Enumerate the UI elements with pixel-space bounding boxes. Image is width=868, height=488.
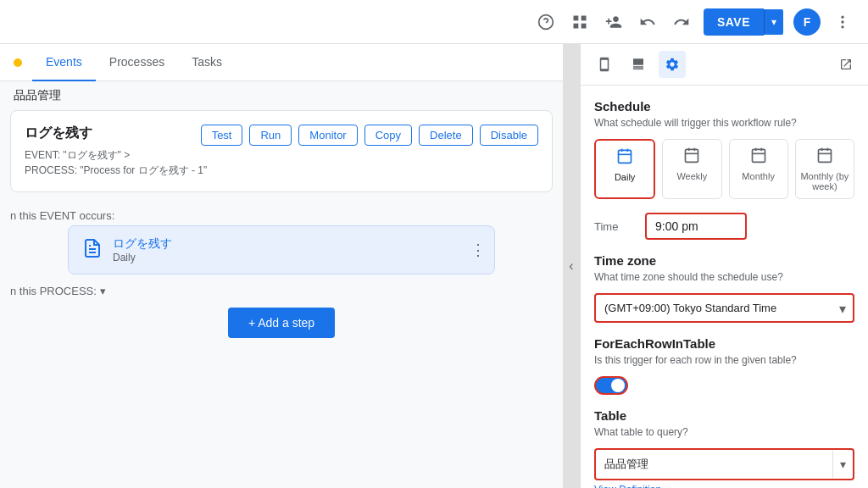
external-link-icon[interactable] [834, 53, 858, 76]
main-layout: Events Processes Tasks 品品管理 ログを残す EVENT:… [0, 44, 868, 488]
foreach-toggle[interactable] [594, 376, 628, 395]
process-node-icon [82, 238, 103, 263]
right-panel: Schedule What schedule will trigger this… [580, 44, 868, 488]
panel-toggle[interactable]: ‹ [563, 44, 580, 488]
schedule-opt-monthly[interactable]: Monthly [729, 139, 788, 199]
right-content: Schedule What schedule will trigger this… [581, 86, 868, 488]
process-info: ログを残す Daily [113, 236, 172, 263]
timezone-section: Time zone What time zone should the sche… [594, 253, 854, 323]
schedule-options: Daily Weekly Monthly [594, 139, 854, 199]
monthly-calendar-icon [750, 147, 767, 168]
tab-processes[interactable]: Processes [96, 44, 178, 81]
foreach-toggle-row [594, 376, 854, 395]
right-panel-header [581, 44, 868, 86]
test-button[interactable]: Test [201, 125, 243, 146]
schedule-opt-daily[interactable]: Daily [594, 139, 655, 199]
svg-rect-3 [581, 15, 587, 20]
delete-button[interactable]: Delete [419, 125, 473, 146]
svg-point-6 [841, 15, 843, 18]
workflow-meta: EVENT: "ログを残す" > PROCESS: "Process for ロ… [25, 147, 538, 178]
topbar: SAVE ▾ F [0, 0, 868, 44]
workflow-actions: Test Run Monitor Copy Delete Disable [201, 125, 538, 146]
time-label: Time [594, 220, 645, 233]
undo-icon[interactable] [636, 10, 659, 34]
run-button[interactable]: Run [249, 125, 292, 146]
save-button-group[interactable]: SAVE ▾ [704, 8, 783, 36]
foreach-section: ForEachRowInTable Is this trigger for ea… [594, 336, 854, 395]
tab-events[interactable]: Events [32, 44, 96, 81]
svg-rect-11 [619, 150, 632, 163]
table-select-wrapper[interactable]: 品品管理 ▾ [594, 448, 854, 480]
foreach-title: ForEachRowInTable [594, 336, 854, 351]
svg-rect-15 [686, 149, 698, 162]
mobile-view-icon[interactable] [591, 51, 618, 78]
timezone-title: Time zone [594, 253, 854, 268]
process-footer-arrow[interactable]: ▾ [100, 285, 106, 297]
svg-point-7 [841, 20, 843, 23]
daily-label: Daily [615, 172, 635, 182]
table-subtitle: What table to query? [594, 426, 854, 438]
redo-icon[interactable] [670, 10, 693, 34]
time-input[interactable] [645, 213, 747, 240]
grid-icon[interactable] [568, 10, 592, 34]
svg-point-8 [841, 25, 843, 28]
monitor-button[interactable]: Monitor [298, 125, 357, 146]
schedule-opt-weekly[interactable]: Weekly [662, 139, 721, 199]
workflow-card: ログを残す EVENT: "ログを残す" > PROCESS: "Process… [10, 110, 553, 192]
timezone-select-wrapper[interactable]: (GMT+09:00) Tokyo Standard Time [594, 293, 854, 323]
process-menu-icon[interactable]: ⋮ [470, 241, 486, 259]
workflow-meta-line2: PROCESS: "Process for ログを残す - 1" [25, 163, 538, 178]
left-panel: Events Processes Tasks 品品管理 ログを残す EVENT:… [0, 44, 563, 488]
save-button[interactable]: SAVE [704, 8, 764, 36]
monthly-label: Monthly [742, 171, 775, 181]
tab-bar: Events Processes Tasks [0, 44, 563, 81]
settings-icon[interactable] [659, 51, 686, 78]
timezone-select[interactable]: (GMT+09:00) Tokyo Standard Time [594, 293, 854, 323]
table-select-arrow-icon: ▾ [832, 451, 853, 478]
view-definition-link[interactable]: View Definition [594, 484, 661, 488]
monthly-week-label: Monthly (by week) [799, 171, 850, 191]
process-node[interactable]: ログを残す Daily ⋮ [68, 225, 495, 274]
process-frequency: Daily [113, 252, 172, 263]
event-section-label: n this EVENT occurs: [0, 202, 563, 225]
weekly-calendar-icon [683, 147, 700, 168]
save-dropdown-button[interactable]: ▾ [764, 9, 783, 35]
svg-rect-4 [573, 23, 578, 28]
svg-rect-23 [818, 149, 831, 162]
process-footer-label: n this PROCESS: [10, 285, 97, 297]
daily-calendar-icon [616, 147, 633, 169]
timezone-subtitle: What time zone should the schedule use? [594, 271, 854, 283]
table-title: Table [594, 408, 854, 423]
schedule-title: Schedule [594, 99, 854, 114]
desktop-view-icon[interactable] [625, 51, 652, 78]
foreach-subtitle: Is this trigger for each row in the give… [594, 354, 854, 366]
disable-button[interactable]: Disable [480, 125, 538, 146]
table-section: Table What table to query? 品品管理 ▾ View D… [594, 408, 854, 488]
weekly-label: Weekly [676, 171, 707, 181]
process-name: ログを残す [113, 236, 172, 252]
copy-button[interactable]: Copy [364, 125, 412, 146]
schedule-section: Schedule What schedule will trigger this… [594, 99, 854, 199]
tab-dot [14, 58, 22, 67]
breadcrumb: 品品管理 [0, 81, 563, 110]
tab-tasks[interactable]: Tasks [178, 44, 236, 81]
toggle-knob [611, 379, 625, 392]
table-select-value: 品品管理 [596, 450, 832, 479]
svg-rect-2 [573, 15, 578, 20]
time-row: Time [594, 213, 854, 240]
svg-rect-19 [752, 149, 765, 162]
more-vert-icon[interactable] [831, 10, 854, 34]
workflow-meta-line1: EVENT: "ログを残す" > [25, 147, 538, 163]
svg-rect-5 [581, 23, 587, 28]
process-footer: n this PROCESS: ▾ [0, 274, 563, 297]
help-icon[interactable] [534, 10, 558, 34]
schedule-opt-monthly-week[interactable]: Monthly (by week) [795, 139, 854, 199]
avatar[interactable]: F [793, 8, 821, 36]
schedule-subtitle: What schedule will trigger this workflow… [594, 117, 854, 129]
person-add-icon[interactable] [602, 10, 626, 34]
monthly-week-calendar-icon [816, 147, 833, 168]
add-step-button[interactable]: + Add a step [228, 308, 335, 338]
